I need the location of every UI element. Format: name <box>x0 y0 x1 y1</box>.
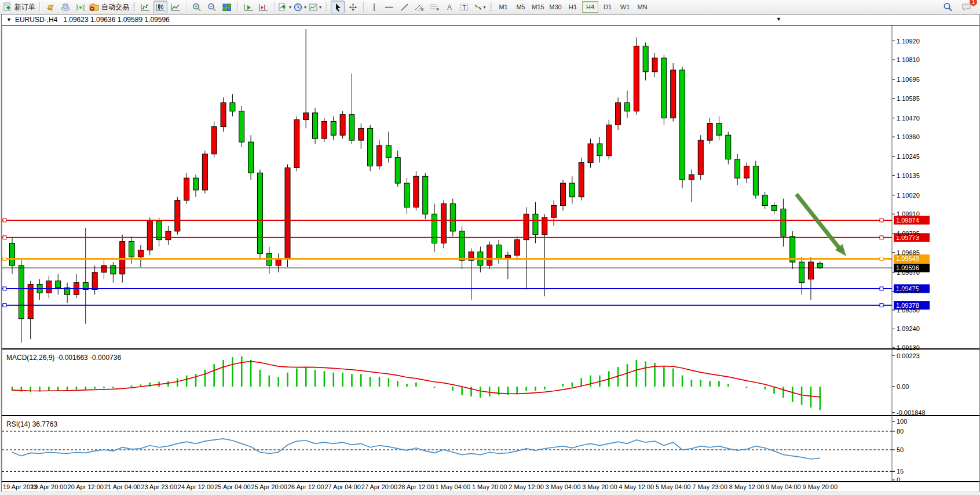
hline-left-handle[interactable] <box>3 304 6 307</box>
bearish-candle <box>432 214 437 243</box>
bullish-candle <box>28 285 33 319</box>
price-axis-label: 1.09685 <box>897 249 920 256</box>
autotrading-button[interactable]: 自动交易 <box>89 1 130 13</box>
bullish-candle <box>285 168 290 259</box>
text-button[interactable]: A <box>443 1 456 13</box>
price-axis-label: 1.10810 <box>897 56 920 63</box>
bearish-candle <box>193 178 199 190</box>
timeframe-m5[interactable]: M5 <box>513 1 529 13</box>
line-chart-button[interactable] <box>169 1 182 13</box>
crosshair-button[interactable] <box>346 1 360 13</box>
equidistant-channel-button[interactable]: E <box>412 1 426 13</box>
signals-button[interactable] <box>74 1 87 13</box>
timeframe-mn[interactable]: MN <box>634 1 650 13</box>
time-axis-label: 4 May 12:00 <box>619 483 654 490</box>
text-label-button[interactable]: T <box>458 1 471 13</box>
bearish-candle <box>230 103 235 111</box>
price-axis-label: 1.09350 <box>897 307 920 314</box>
bearish-candle <box>716 123 722 136</box>
price-axis-label: 1.10245 <box>897 153 920 160</box>
indicators-dropdown-arrow[interactable]: ▾ <box>289 5 291 10</box>
window-menu-icon[interactable]: ▼ <box>6 17 12 23</box>
rsi-axis-label: 100 <box>897 418 907 425</box>
bearish-candle <box>762 195 767 206</box>
bullish-candle <box>588 144 593 163</box>
new-order-label: 新订单 <box>14 2 35 12</box>
bullish-candle <box>616 103 621 125</box>
hline-right-handle[interactable] <box>880 219 883 222</box>
time-axis-label: 21 Apr 04:00 <box>104 483 140 490</box>
bullish-candle <box>211 126 217 154</box>
vertical-line-icon <box>371 3 378 12</box>
bullish-candle <box>221 103 226 126</box>
hline-right-handle[interactable] <box>880 257 883 260</box>
gold-button[interactable] <box>43 1 57 13</box>
bullish-candle <box>689 174 694 180</box>
chat-badge: 1 <box>969 0 978 6</box>
terminal-button[interactable] <box>58 1 72 13</box>
one-click-arrow-icon[interactable]: ▼ <box>776 16 781 22</box>
tile-windows-button[interactable] <box>220 1 234 13</box>
time-axis-label: 28 Apr 12:00 <box>398 483 434 490</box>
price-axis-label: 1.09910 <box>897 210 920 217</box>
terminal-icon <box>61 3 70 11</box>
trendline-button[interactable] <box>397 1 411 13</box>
bearish-candle <box>331 122 336 136</box>
cursor-button[interactable] <box>331 1 345 13</box>
time-axis-label: 9 May 04:00 <box>766 483 801 490</box>
timeframe-w1[interactable]: W1 <box>617 1 633 13</box>
hline-left-handle[interactable] <box>3 219 6 222</box>
hline-left-handle[interactable] <box>3 257 6 260</box>
bullish-candle <box>671 70 676 118</box>
periods-dropdown-arrow[interactable]: ▾ <box>304 5 306 10</box>
bearish-candle <box>450 204 455 231</box>
bullish-candle <box>294 120 299 168</box>
bearish-candle <box>386 145 391 158</box>
price-axis-label: 1.09460 <box>897 287 920 294</box>
main-toolbar: 新订单 自动交易 <box>0 0 980 14</box>
fibonacci-button[interactable]: F <box>427 1 441 13</box>
bearish-candle <box>313 113 318 139</box>
hline-left-handle[interactable] <box>3 287 6 290</box>
hline-right-handle[interactable] <box>880 287 883 290</box>
price-axis-label: 1.10695 <box>897 76 920 83</box>
arrows-button[interactable]: ▾ <box>473 1 487 13</box>
auto-scroll-button[interactable] <box>242 1 255 13</box>
timeframe-m30[interactable]: M30 <box>547 1 564 13</box>
time-axis-label: 20 Apr 12:00 <box>68 483 104 490</box>
timeframe-h1[interactable]: H1 <box>565 1 581 13</box>
chart-titlebar[interactable]: ▼ EURUSD-,H4 1.09623 1.09636 1.09589 1.0… <box>2 14 979 26</box>
candlestick-chart-button[interactable] <box>153 1 167 13</box>
price-label-text: 1.09874 <box>896 217 919 224</box>
zoom-in-button[interactable] <box>190 1 204 13</box>
hline-right-handle[interactable] <box>880 236 883 239</box>
timeframe-m1[interactable]: M1 <box>495 1 511 13</box>
arrows-dropdown-arrow[interactable]: ▾ <box>484 5 486 10</box>
time-axis-label: 25 Apr 04:00 <box>214 483 250 490</box>
new-order-button[interactable]: 新订单 <box>2 1 36 13</box>
search-button[interactable] <box>941 1 955 13</box>
timeframe-m15[interactable]: M15 <box>530 1 546 13</box>
bullish-candle <box>303 113 309 120</box>
horizontal-line-button[interactable] <box>382 1 396 13</box>
price-label-text: 1.09649 <box>896 255 919 262</box>
zoom-out-button[interactable] <box>205 1 219 13</box>
templates-button[interactable]: ▾ <box>308 1 322 13</box>
timeframe-h4[interactable]: H4 <box>582 1 598 13</box>
vertical-line-button[interactable] <box>367 1 381 13</box>
chart-window: ▼ EURUSD-,H4 1.09623 1.09636 1.09589 1.0… <box>1 14 980 493</box>
templates-dropdown-arrow[interactable]: ▾ <box>319 5 321 10</box>
bullish-candle <box>184 178 189 200</box>
hline-left-handle[interactable] <box>3 236 6 239</box>
chat-button[interactable]: 1 <box>960 1 974 13</box>
bullish-candle <box>359 128 364 140</box>
hline-right-handle[interactable] <box>880 304 883 307</box>
timeframe-d1[interactable]: D1 <box>599 1 616 13</box>
time-axis-label: 26 Apr 12:00 <box>288 483 324 490</box>
periods-button[interactable]: ▾ <box>293 1 307 13</box>
text-icon: A <box>445 3 454 12</box>
chart-shift-button[interactable] <box>257 1 270 13</box>
bar-chart-button[interactable] <box>138 1 152 13</box>
templates-icon <box>309 3 318 12</box>
indicators-button[interactable]: ▾ <box>278 1 292 13</box>
